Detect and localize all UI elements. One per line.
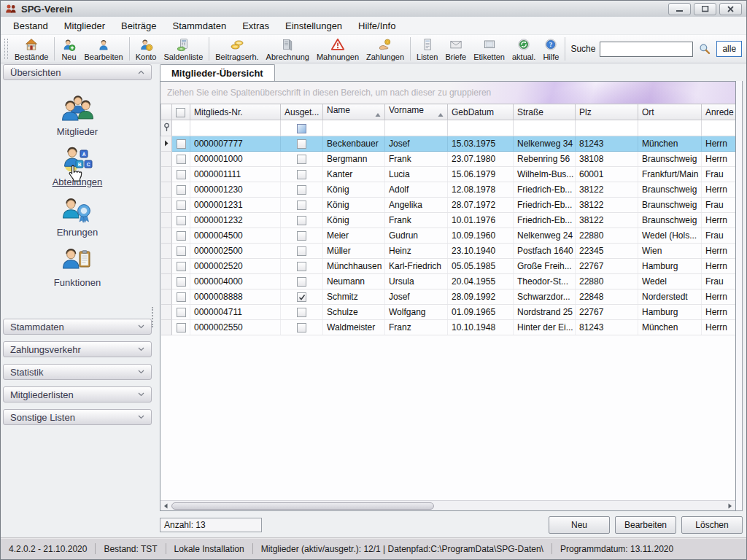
- cell-ausgetreten[interactable]: [281, 244, 323, 259]
- cell-ausgetreten[interactable]: [281, 182, 323, 198]
- cell-gebdatum[interactable]: 28.07.1972: [448, 198, 514, 213]
- cell-plz[interactable]: 22767: [576, 259, 638, 274]
- table-row[interactable]: 0000008888SchmitzJosef28.09.1992Schwarzd…: [161, 289, 736, 305]
- cell-nr[interactable]: 0000001231: [190, 198, 281, 213]
- menu-item-stammdaten[interactable]: Stammdaten: [164, 18, 234, 34]
- cell-name[interactable]: Kanter: [323, 167, 385, 182]
- cell-plz[interactable]: 60001: [576, 167, 638, 182]
- cell-nr[interactable]: 0000002500: [190, 244, 281, 259]
- cell-anrede[interactable]: Herrn: [702, 152, 736, 167]
- column-header-gebdatum[interactable]: GebDatum: [448, 104, 514, 120]
- toolbar-grip[interactable]: [4, 39, 8, 59]
- cell-ort[interactable]: Wedel: [638, 274, 702, 289]
- cell-ort[interactable]: Wedel (Hols...: [638, 228, 702, 244]
- bearbeiten-button[interactable]: Bearbeiten: [615, 516, 676, 534]
- cell-vorname[interactable]: Angelika: [385, 198, 448, 213]
- table-row[interactable]: 0000002550WaldmeisterFranz10.10.1948Hint…: [161, 320, 736, 335]
- scroll-right-icon[interactable]: [725, 501, 735, 510]
- cell-strasse[interactable]: Wilhelm-Bus...: [514, 167, 576, 182]
- sidebar-item-funktionen[interactable]: Funktionen: [3, 243, 152, 288]
- cell-strasse[interactable]: Friedrich-Eb...: [514, 213, 576, 228]
- row-select-checkbox[interactable]: [172, 274, 190, 289]
- cell-anrede[interactable]: Frau: [702, 228, 736, 244]
- cell-anrede[interactable]: Herrn: [702, 244, 736, 259]
- table-row[interactable]: 0000001231KönigAngelika28.07.1972Friedri…: [161, 198, 736, 213]
- scroll-left-icon[interactable]: [160, 501, 171, 510]
- filter-cell-plz[interactable]: [576, 120, 638, 136]
- cell-gebdatum[interactable]: 15.03.1975: [448, 136, 514, 152]
- cell-gebdatum[interactable]: 10.10.1948: [448, 320, 514, 335]
- cell-ausgetreten[interactable]: [281, 167, 323, 182]
- cell-vorname[interactable]: Karl-Friedrich: [385, 259, 448, 274]
- filter-cell-anrede[interactable]: [702, 120, 736, 136]
- table-row[interactable]: 0000004000NeumannUrsula20.04.1955Theodor…: [161, 274, 736, 289]
- cell-gebdatum[interactable]: 23.07.1980: [448, 152, 514, 167]
- toolbar-mahnungen-button[interactable]: Mahnungen: [313, 36, 363, 62]
- sidebar-panel-sonstige-listen[interactable]: Sonstige Listen: [3, 409, 152, 425]
- cell-ort[interactable]: Hamburg: [638, 305, 702, 320]
- cell-vorname[interactable]: Frank: [385, 213, 448, 228]
- cell-name[interactable]: Bergmann: [323, 152, 385, 167]
- cell-plz[interactable]: 22880: [576, 274, 638, 289]
- sidebar-panel-statistik[interactable]: Statistik: [3, 364, 152, 380]
- toolbar-bearbeiten-button[interactable]: Bearbeiten: [80, 36, 126, 62]
- cell-name[interactable]: Schulze: [323, 305, 385, 320]
- column-header-plz[interactable]: Plz: [576, 104, 638, 120]
- filter-cell-strasse[interactable]: [514, 120, 576, 136]
- table-row[interactable]: 0000001111KanterLucia15.06.1979Wilhelm-B…: [161, 167, 736, 182]
- sidebar-panel-uebersichten[interactable]: Übersichten: [3, 64, 152, 80]
- magnifier-icon[interactable]: [698, 42, 711, 55]
- cell-nr[interactable]: 0000004500: [190, 228, 281, 244]
- menu-item-einstellungen[interactable]: Einstellungen: [277, 18, 350, 34]
- cell-ausgetreten[interactable]: [281, 289, 323, 305]
- toolbar-hilfe-button[interactable]: ?Hilfe: [539, 36, 562, 62]
- cell-ort[interactable]: Wien: [638, 244, 702, 259]
- cell-vorname[interactable]: Gudrun: [385, 228, 448, 244]
- cell-ausgetreten[interactable]: [281, 213, 323, 228]
- cell-gebdatum[interactable]: 05.05.1985: [448, 259, 514, 274]
- neu-button[interactable]: Neu: [549, 516, 610, 534]
- cell-name[interactable]: Meier: [323, 228, 385, 244]
- cell-strasse[interactable]: Hinter der Ei...: [514, 320, 576, 335]
- cell-ausgetreten[interactable]: [281, 228, 323, 244]
- cell-gebdatum[interactable]: 23.10.1940: [448, 244, 514, 259]
- cell-nr[interactable]: 0000001000: [190, 152, 281, 167]
- row-select-checkbox[interactable]: [172, 152, 190, 167]
- filter-cell-gebdatum[interactable]: [448, 120, 514, 136]
- cell-plz[interactable]: 38122: [576, 213, 638, 228]
- cell-nr[interactable]: 0000004711: [190, 305, 281, 320]
- cell-gebdatum[interactable]: 20.04.1955: [448, 274, 514, 289]
- row-select-checkbox[interactable]: [172, 244, 190, 259]
- cell-anrede[interactable]: Herrn: [702, 259, 736, 274]
- menu-item-hilfe-info[interactable]: Hilfe/Info: [350, 18, 403, 34]
- cell-name[interactable]: König: [323, 198, 385, 213]
- cell-nr[interactable]: 0000007777: [190, 136, 281, 152]
- cell-nr[interactable]: 0000002520: [190, 259, 281, 274]
- column-header-mitglieds-nr[interactable]: Mitglieds-Nr.: [190, 104, 281, 120]
- scrollbar-thumb[interactable]: [171, 502, 434, 510]
- filter-cell-name[interactable]: [323, 120, 385, 136]
- filter-cell-ausget[interactable]: [281, 120, 323, 136]
- table-row[interactable]: 0000004500MeierGudrun10.09.1960Nelkenweg…: [161, 228, 736, 244]
- cell-gebdatum[interactable]: 12.08.1978: [448, 182, 514, 198]
- toolbar-neu-button[interactable]: Neu: [57, 36, 80, 62]
- toolbar-aktual-button[interactable]: aktual.: [508, 36, 539, 62]
- cell-strasse[interactable]: Theodor-St...: [514, 274, 576, 289]
- filter-cell-vorname[interactable]: [385, 120, 448, 136]
- cell-nr[interactable]: 0000004000: [190, 274, 281, 289]
- cell-nr[interactable]: 0000002550: [190, 320, 281, 335]
- table-row[interactable]: 0000004711SchulzeWolfgang01.09.1965Nords…: [161, 305, 736, 320]
- cell-ort[interactable]: Frankfurt/Main: [638, 167, 702, 182]
- row-select-checkbox[interactable]: [172, 167, 190, 182]
- cell-strasse[interactable]: Nelkenweg 34: [514, 136, 576, 152]
- cell-vorname[interactable]: Wolfgang: [385, 305, 448, 320]
- toolbar-zahlungen-button[interactable]: Zahlungen: [363, 36, 408, 62]
- cell-strasse[interactable]: Rebenring 56: [514, 152, 576, 167]
- table-row[interactable]: 0000007777BeckenbauerJosef15.03.1975Nelk…: [161, 136, 736, 152]
- column-header-ort[interactable]: Ort: [638, 104, 702, 120]
- cell-nr[interactable]: 0000001232: [190, 213, 281, 228]
- cell-nr[interactable]: 0000008888: [190, 289, 281, 305]
- row-select-checkbox[interactable]: [172, 305, 190, 320]
- cell-vorname[interactable]: Adolf: [385, 182, 448, 198]
- cell-ort[interactable]: Braunschweig: [638, 198, 702, 213]
